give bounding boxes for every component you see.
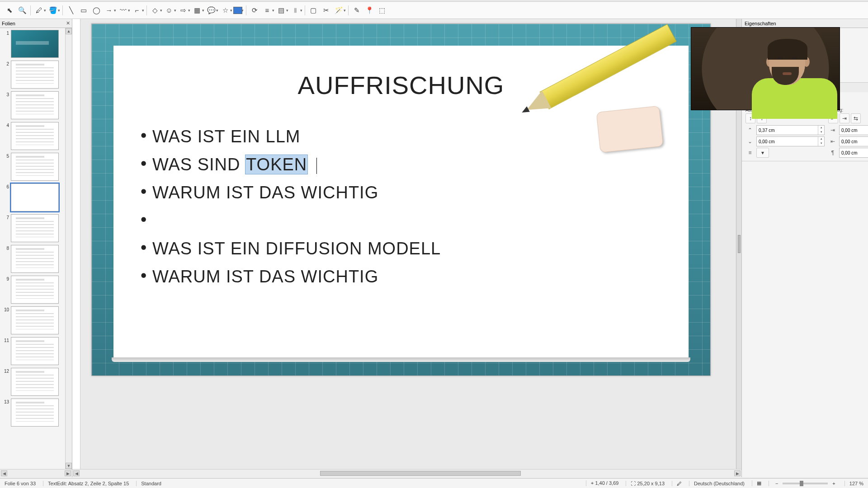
slides-panel-title: Folien xyxy=(2,21,15,26)
status-insert-icon[interactable]: 🖉 xyxy=(672,481,682,486)
bullet-line[interactable]: •WAS IST EIN LLM xyxy=(141,127,652,149)
bullet-text[interactable]: WAS IST EIN DIFFUSION MODELL xyxy=(152,239,652,258)
bullet-text[interactable]: WARUM IST DAS WICHTIG xyxy=(152,267,652,286)
rotate-tool[interactable]: ⟳ xyxy=(249,5,260,16)
bullet-text[interactable]: WAS IST EIN LLM xyxy=(152,127,652,146)
arrange-tool[interactable]: ▤▾ xyxy=(275,5,288,16)
slide-thumb-row[interactable]: 11 xyxy=(2,337,70,365)
editor-hscroll[interactable]: ◀ ▶ xyxy=(72,469,741,477)
scroll-left-icon[interactable]: ◀ xyxy=(73,470,80,476)
3d-tool[interactable]: ▾ xyxy=(233,7,244,14)
slide-thumb[interactable] xyxy=(11,30,59,58)
slide-thumb-row[interactable]: 6 xyxy=(2,183,70,211)
slide-thumb-row[interactable]: 1 xyxy=(2,30,70,58)
status-language[interactable]: Deutsch (Deutschland) xyxy=(689,481,745,486)
slide-thumb[interactable] xyxy=(11,61,59,89)
extrusion-tool[interactable]: ⬚ xyxy=(376,5,388,16)
indent-right-field[interactable]: ▴▾ xyxy=(839,136,868,146)
points-tool[interactable]: ✎ xyxy=(351,5,363,16)
slide-thumb-row[interactable]: 13 xyxy=(2,399,70,427)
bullet-line[interactable]: •WAS SIND TOKEN xyxy=(141,155,652,177)
indent-inc-button[interactable]: ⇥ xyxy=(840,113,849,123)
indent-left-field[interactable]: ▴▾ xyxy=(839,125,868,135)
linespacing-button[interactable]: ▾ xyxy=(756,148,769,158)
align-tool[interactable]: ≡▾ xyxy=(261,5,274,16)
slide-thumb[interactable] xyxy=(11,337,59,365)
slide-thumb-index: 8 xyxy=(2,245,9,251)
slide-text-body[interactable]: •WAS IST EIN LLM•WAS SIND TOKEN•WARUM IS… xyxy=(141,127,652,295)
scrollbar-thumb[interactable] xyxy=(320,471,521,476)
zoom-tool[interactable]: 🔍 xyxy=(16,5,28,16)
callout-tool[interactable]: 💬▾ xyxy=(205,5,218,16)
slide-thumb-row[interactable]: 3 xyxy=(2,91,70,119)
hanging-indent-button[interactable]: ⇆ xyxy=(851,113,861,123)
slide-thumb-row[interactable]: 9 xyxy=(2,276,70,304)
rect-tool[interactable]: ▭ xyxy=(78,5,90,16)
ellipse-tool[interactable]: ◯ xyxy=(90,5,102,16)
slide-thumb[interactable] xyxy=(11,276,59,304)
scroll-right-icon[interactable]: ▶ xyxy=(734,470,741,476)
slide-thumb[interactable] xyxy=(11,214,59,242)
below-icon: ⌄ xyxy=(745,138,755,145)
fill-color-tool[interactable]: 🪣▾ xyxy=(47,5,60,16)
line-color-tool[interactable]: 🖊▾ xyxy=(33,5,46,16)
slides-panel-header: Folien ✕ xyxy=(0,19,72,28)
block-arrows-tool[interactable]: ⇨▾ xyxy=(177,5,190,16)
slide-thumb[interactable] xyxy=(11,306,59,334)
curve-tool[interactable]: 〰▾ xyxy=(117,5,130,16)
bullet-line[interactable]: •WARUM IST DAS WICHTIG xyxy=(141,183,652,205)
scroll-up-icon[interactable]: ▲ xyxy=(66,28,72,34)
star-tool[interactable]: ☆▾ xyxy=(219,5,232,16)
bullet-text[interactable]: WAS SIND TOKEN xyxy=(152,155,652,174)
slide-thumb-row[interactable]: 2 xyxy=(2,61,70,89)
slide-thumb[interactable] xyxy=(11,91,59,119)
slides-panel: Folien ✕ ▲ ▼ 12345678910111213 ◀ ▶ xyxy=(0,19,72,477)
zoom-in-button[interactable]: + xyxy=(830,481,837,486)
above-icon: ⌃ xyxy=(745,127,755,133)
slide-thumb-row[interactable]: 5 xyxy=(2,153,70,181)
slides-scrollbar[interactable]: ▲ ▼ xyxy=(65,28,72,469)
glue-tool[interactable]: 📍 xyxy=(363,5,375,16)
line-tool[interactable]: ╲ xyxy=(65,5,77,16)
slide-thumb[interactable] xyxy=(11,122,59,150)
basic-shapes-tool[interactable]: ◇▾ xyxy=(149,5,162,16)
shadow-tool[interactable]: ▢ xyxy=(307,5,319,16)
slides-hscroll[interactable]: ◀ ▶ xyxy=(0,469,72,477)
slide-paper[interactable]: AUFFRISCHUNG •WAS IST EIN LLM•WAS SIND T… xyxy=(113,46,689,359)
filter-tool[interactable]: 🪄▾ xyxy=(333,5,346,16)
slide-thumb-row[interactable]: 7 xyxy=(2,214,70,242)
bullet-line[interactable]: •WAS IST EIN DIFFUSION MODELL xyxy=(141,239,652,261)
indent-first-field[interactable]: ▴▾ xyxy=(839,148,868,158)
bullet-line[interactable]: • xyxy=(141,211,652,233)
slide-thumb-row[interactable]: 10 xyxy=(2,306,70,334)
slide-thumb[interactable] xyxy=(11,153,59,181)
symbol-shapes-tool[interactable]: ☺▾ xyxy=(163,5,176,16)
bullet-text[interactable]: WARUM IST DAS WICHTIG xyxy=(152,183,652,202)
status-fit-icon[interactable]: ▦ xyxy=(752,480,761,486)
zoom-slider[interactable]: − + xyxy=(769,481,837,486)
scroll-left-icon[interactable]: ◀ xyxy=(1,470,7,476)
zoom-value[interactable]: 127 % xyxy=(844,481,863,486)
connector-tool[interactable]: ⌐▾ xyxy=(131,5,144,16)
slide-thumb-row[interactable]: 8 xyxy=(2,245,70,273)
flowchart-tool[interactable]: ▦▾ xyxy=(191,5,204,16)
canvas-body[interactable]: AUFFRISCHUNG •WAS IST EIN LLM•WAS SIND T… xyxy=(80,19,741,469)
slide-thumb-row[interactable]: 4 xyxy=(2,122,70,150)
bullet-line[interactable]: •WARUM IST DAS WICHTIG xyxy=(141,267,652,289)
scroll-down-icon[interactable]: ▼ xyxy=(66,463,72,469)
slide-title[interactable]: AUFFRISCHUNG xyxy=(113,70,689,100)
slide-thumb[interactable] xyxy=(11,245,59,273)
crop-tool[interactable]: ✂ xyxy=(320,5,332,16)
zoom-out-button[interactable]: − xyxy=(774,481,780,486)
arrow-tool[interactable]: →▾ xyxy=(103,5,116,16)
slide-thumb[interactable] xyxy=(11,183,59,211)
scroll-right-icon[interactable]: ▶ xyxy=(65,470,71,476)
select-tool[interactable]: ⬉ xyxy=(4,5,15,16)
close-icon[interactable]: ✕ xyxy=(66,20,70,26)
space-below-field[interactable]: ▴▾ xyxy=(756,136,825,146)
slide-thumb[interactable] xyxy=(11,399,59,427)
slide-thumb[interactable] xyxy=(11,368,59,396)
space-above-field[interactable]: ▴▾ xyxy=(756,125,825,135)
slide-thumb-row[interactable]: 12 xyxy=(2,368,70,396)
distribute-tool[interactable]: ⫴▾ xyxy=(289,5,302,16)
